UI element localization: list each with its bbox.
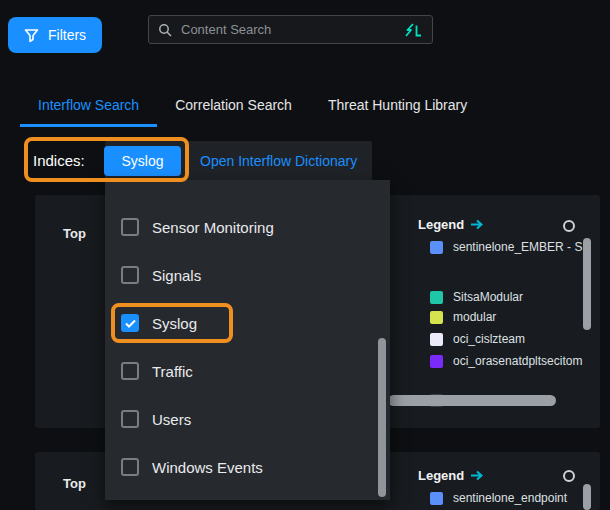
legend-item: modular (430, 309, 496, 325)
page: Filters Interflow Search Correlation Sea… (0, 0, 610, 510)
checkmark-icon (125, 319, 136, 328)
legend-item: sentinelone_EMBER - S (430, 239, 582, 255)
dropdown-item-signals[interactable]: Signals (105, 251, 390, 299)
legend-label: modular (453, 310, 496, 324)
legend-swatch (430, 311, 443, 324)
legend-header: Legend (418, 217, 484, 232)
indices-label: Indices: (33, 152, 85, 169)
legend-label: sentinelone_endpoint (453, 491, 567, 505)
legend-title: Legend (418, 217, 464, 232)
dropdown-item-label: Syslog (152, 315, 197, 332)
search-icon (158, 23, 172, 37)
legend-label: SitsaModular (453, 290, 523, 304)
legend-swatch (430, 241, 443, 254)
circle-icon[interactable] (563, 220, 575, 232)
dropdown-item-users[interactable]: Users (105, 395, 390, 443)
checkbox-signals[interactable] (121, 266, 139, 284)
search-input[interactable] (179, 21, 396, 38)
vertical-scrollbar[interactable] (583, 484, 591, 510)
legend-arrow-icon[interactable] (470, 470, 484, 481)
dropdown-scrollbar[interactable] (378, 338, 386, 497)
tab-interflow-search[interactable]: Interflow Search (20, 88, 157, 127)
tab-threat-hunting-library[interactable]: Threat Hunting Library (310, 88, 485, 127)
top-label: Top (63, 226, 86, 241)
dropdown-item-label: Users (152, 411, 191, 428)
legend-arrow-icon[interactable] (470, 219, 484, 230)
dropdown-item-label: Signals (152, 267, 201, 284)
dropdown-item-label: Windows Events (152, 459, 263, 476)
checkbox-syslog[interactable] (121, 314, 139, 332)
filters-label: Filters (48, 27, 86, 43)
content-search-box (148, 15, 433, 44)
indices-dropdown: Sensor Monitoring Signals Syslog Traffic… (105, 180, 390, 500)
selected-index-button[interactable]: Syslog (104, 146, 181, 176)
legend-swatch (430, 333, 443, 346)
legend-swatch (430, 291, 443, 304)
legend-item: oci_cislzteam (430, 331, 525, 347)
legend-label: oci_orasenatdpltsecitom (453, 354, 582, 368)
tab-bar: Interflow Search Correlation Search Thre… (20, 88, 485, 127)
legend-swatch (430, 492, 443, 505)
legend-item: oci_orasenatdpltsecitom (430, 353, 582, 369)
dropdown-item-label: Sensor Monitoring (152, 219, 274, 236)
legend-label: oci_cislzteam (453, 332, 525, 346)
filter-funnel-icon (24, 28, 39, 43)
checkbox-traffic[interactable] (121, 362, 139, 380)
filters-button[interactable]: Filters (8, 17, 102, 53)
dropdown-item-sensor-monitoring[interactable]: Sensor Monitoring (105, 203, 390, 251)
checkbox-users[interactable] (121, 410, 139, 428)
tab-correlation-search[interactable]: Correlation Search (157, 88, 310, 127)
dropdown-item-traffic[interactable]: Traffic (105, 347, 390, 395)
legend-item: sentinelone_endpoint (430, 490, 567, 506)
vertical-scrollbar[interactable] (583, 238, 591, 330)
horizontal-scrollbar[interactable] (388, 395, 556, 406)
legend-label: sentinelone_EMBER - S (453, 240, 582, 254)
legend-swatch (430, 355, 443, 368)
dropdown-item-syslog[interactable]: Syslog (105, 299, 390, 347)
circle-icon[interactable] (563, 470, 575, 482)
dropdown-item-label: Traffic (152, 363, 193, 380)
legend-title: Legend (418, 468, 464, 483)
checkbox-windows-events[interactable] (121, 458, 139, 476)
stellar-logo-icon[interactable] (403, 23, 423, 37)
dropdown-item-windows-events[interactable]: Windows Events (105, 443, 390, 491)
open-interflow-dictionary-link[interactable]: Open Interflow Dictionary (200, 153, 357, 169)
top-label: Top (63, 476, 86, 491)
legend-header: Legend (418, 468, 484, 483)
checkbox-sensor-monitoring[interactable] (121, 218, 139, 236)
legend-item: SitsaModular (430, 289, 523, 305)
